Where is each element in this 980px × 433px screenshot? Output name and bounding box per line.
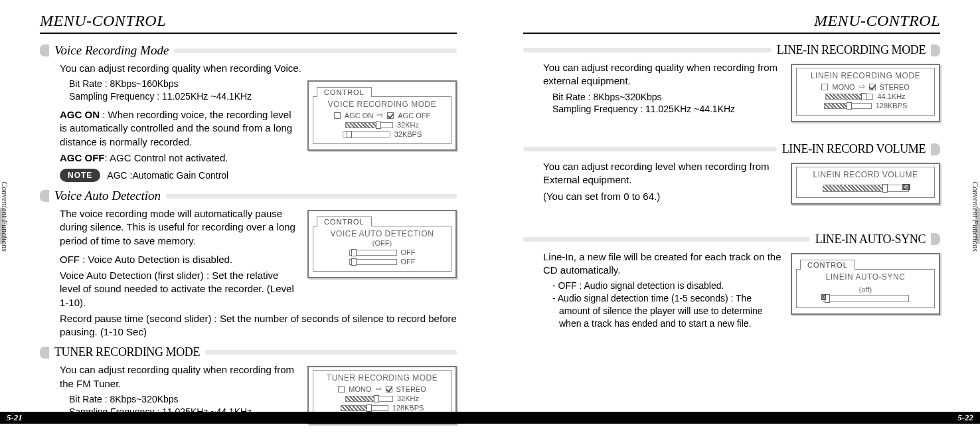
linein-vol-range: (You can set from 0 to 64.) xyxy=(543,190,784,203)
spec-sampling: Sampling Frequency : 11.025KHz ~44.1KHz xyxy=(69,90,301,103)
section-title: Voice Recording Mode xyxy=(54,43,169,58)
section-title: LINE-IN AUTO-SYNC xyxy=(815,232,926,246)
side-label-left: Convenient Functions xyxy=(0,181,9,252)
section-heading-linein-vol: LINE-IN RECORD VOLUME xyxy=(523,142,940,156)
title-rule xyxy=(174,48,457,53)
vad-off: OFF : Voice Auto Detection is disabled. xyxy=(60,253,301,266)
checkbox-checked-icon xyxy=(386,386,392,392)
device-subtitle: (off) xyxy=(801,286,930,294)
linein-sampling: Sampling Frequency : 11.025KHz ~44.1KHz xyxy=(552,103,784,116)
slider-autosync: 0 xyxy=(823,295,909,302)
val-freq: 44.1KHz xyxy=(877,92,905,100)
section-title: TUNER RECORDING MODE xyxy=(54,345,200,359)
title-rule xyxy=(523,48,772,52)
autosync-b1: - OFF : Audio signal detection is disabl… xyxy=(552,280,784,292)
page-left: Convenient Functions MENU-CONTROL Voice … xyxy=(0,0,490,433)
vad-intro: The voice recording mode will automatica… xyxy=(60,207,301,248)
bullet-icon xyxy=(40,44,49,56)
val-bitrate: 128KBPS xyxy=(392,404,424,412)
checkbox-checked-icon xyxy=(387,112,394,119)
linein-bitrate: Bit Rate : 8Kbps~320Kbps xyxy=(552,91,784,104)
side-label-right: Convenient Functions xyxy=(971,181,980,252)
bullet-icon xyxy=(40,190,49,202)
opt-mono: MONO xyxy=(349,385,371,393)
opt-stereo: STEREO xyxy=(880,83,910,91)
intro-text: You can adjust recording quality when re… xyxy=(60,62,457,75)
footer-bar-right: 5-22 xyxy=(490,412,980,424)
opt-agc-on: AGC ON xyxy=(345,112,373,120)
section-title: LINE-IN RECORD VOLUME xyxy=(782,142,926,156)
device-linein-vol: LINEIN RECORD VOLUME 45 xyxy=(791,163,940,205)
slider-volume: 45 xyxy=(823,185,909,192)
opt-agc-off: AGC OFF xyxy=(398,112,430,120)
val-bitrate: 32KBPS xyxy=(394,130,422,138)
bullet-icon xyxy=(931,143,940,155)
val-freq: 32KHz xyxy=(397,121,419,129)
device-tab: CONTROL xyxy=(317,217,372,226)
checkbox-icon xyxy=(821,84,828,90)
autosync-badge: 0 xyxy=(821,294,827,300)
val-freq: 32KHz xyxy=(397,394,419,402)
arrow-right-icon: ⇨ xyxy=(377,111,383,120)
device-tab: CONTROL xyxy=(800,260,855,270)
page-right: Convenient Functions MENU-CONTROL LINE-I… xyxy=(490,0,980,433)
bullet-icon xyxy=(931,44,940,56)
section-heading-tuner: TUNER RECORDING MODE xyxy=(40,345,457,359)
page-title-right: MENU-CONTROL xyxy=(523,12,940,34)
opt-mono: MONO xyxy=(832,83,855,91)
checkbox-checked-icon xyxy=(869,84,876,90)
slider-vad-1 xyxy=(349,250,397,256)
note-badge: NOTE xyxy=(60,169,100,182)
opt-stereo: STEREO xyxy=(396,385,426,393)
device-linein-mode: LINEIN RECORDING MODE MONO ⇨ STEREO 44.1… xyxy=(791,64,940,122)
device-title: LINEIN RECORD VOLUME xyxy=(801,170,930,179)
device-title: TUNER RECORDING MODE xyxy=(317,373,447,383)
volume-badge: 45 xyxy=(902,184,910,190)
footer-bar-left: 5-21 xyxy=(0,412,490,424)
section-heading-linein-mode: LINE-IN RECORDING MODE xyxy=(523,43,940,57)
vad-slider2: Record pause time (second slider) : Set … xyxy=(60,312,457,339)
note-row: NOTE AGC :Automatic Gain Control xyxy=(60,169,457,182)
autosync-intro: Line-In, a new file will be created for … xyxy=(543,250,784,278)
device-options-row: MONO ⇨ STEREO xyxy=(801,82,930,91)
slider-bitrate xyxy=(343,131,390,137)
page-title-left: MENU-CONTROL xyxy=(40,12,457,34)
vad-slider1: Voice Auto Detection (first slider) : Se… xyxy=(60,269,301,309)
device-vad: CONTROL VOICE AUTO DETECTION (OFF) OFF O… xyxy=(307,210,457,278)
slider-freq xyxy=(345,122,393,128)
val-off-2: OFF xyxy=(401,258,416,266)
page-number: 5-22 xyxy=(951,412,980,423)
title-rule xyxy=(523,147,777,151)
device-title: VOICE RECORDING MODE xyxy=(317,100,447,109)
section-heading-vad: Voice Auto Detection xyxy=(40,189,457,203)
agc-off-text: AGC OFF: AGC Control not activated. xyxy=(60,151,301,165)
device-options-row: MONO ⇨ STEREO xyxy=(317,385,447,393)
device-title: VOICE AUTO DETECTION xyxy=(317,229,447,238)
title-rule xyxy=(166,194,457,199)
arrow-right-icon: ⇨ xyxy=(376,385,382,393)
device-title: LINEIN AUTO-SYNC xyxy=(801,272,930,282)
linein-vol-intro: You can adjust recording level when reco… xyxy=(543,160,784,187)
slider-vad-2 xyxy=(349,259,397,265)
page-number: 5-21 xyxy=(0,412,29,423)
title-rule xyxy=(205,350,457,355)
device-options-row: AGC ON ⇨ AGC OFF xyxy=(317,111,447,120)
device-title: LINEIN RECORDING MODE xyxy=(801,71,930,80)
slider-freq xyxy=(825,94,873,100)
device-tab: CONTROL xyxy=(317,87,372,97)
device-subtitle: (OFF) xyxy=(317,239,447,247)
agc-on-text: AGC ON : When recording voice, the recor… xyxy=(60,108,301,149)
device-voice-recording: CONTROL VOICE RECORDING MODE AGC ON ⇨ AG… xyxy=(307,80,457,151)
checkbox-icon xyxy=(334,112,341,119)
device-linein-autosync: CONTROL LINEIN AUTO-SYNC (off) 0 xyxy=(791,253,940,315)
bullet-icon xyxy=(931,233,940,245)
spec-bitrate: Bit Rate : 8Kbps~160Kbps xyxy=(69,78,301,90)
tuner-intro: You can adjust recording quality when re… xyxy=(60,363,301,390)
autosync-b2: - Audio signal detection time (1-5 secon… xyxy=(552,292,784,330)
arrow-right-icon: ⇨ xyxy=(859,82,865,91)
bullet-icon xyxy=(40,347,49,359)
slider-freq xyxy=(345,396,393,402)
slider-bitrate xyxy=(824,103,872,109)
title-rule xyxy=(523,237,810,242)
section-title: LINE-IN RECORDING MODE xyxy=(777,43,926,57)
